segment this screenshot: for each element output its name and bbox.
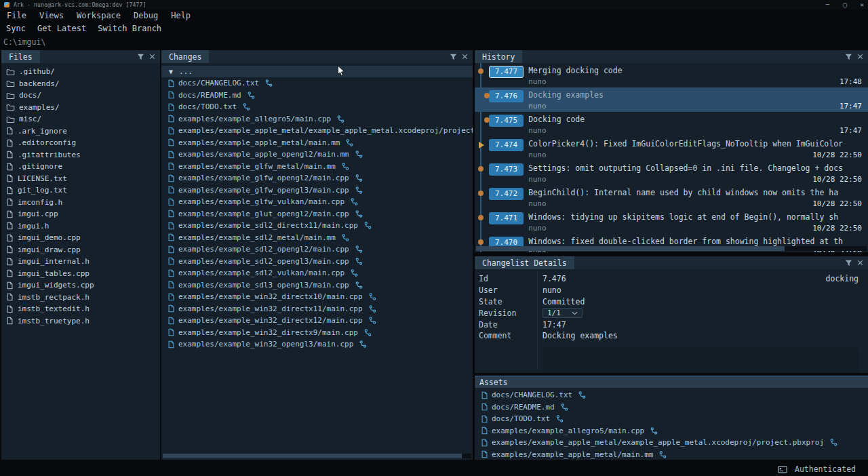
changed-file-row[interactable]: examples/example_win32_directx10/main.cp… — [161, 291, 473, 303]
file-tree-item[interactable]: git_log.txt — [1, 184, 160, 197]
commit-row[interactable]: 7.474 ColorPicker4(): Fixed ImGuiColorEd… — [475, 136, 868, 161]
menu-item[interactable]: Views — [39, 11, 64, 20]
file-tree-item[interactable]: LICENSE.txt — [1, 173, 160, 185]
file-tree-item[interactable]: imgui_demo.cpp — [1, 232, 160, 244]
revision-badge[interactable]: 7.474 — [489, 139, 524, 151]
details-panel-tab[interactable]: Changelist Details — [475, 256, 574, 269]
file-tree-item[interactable]: docs/ — [1, 90, 160, 102]
file-tree-item[interactable]: imgui.h — [1, 220, 160, 233]
close-panel-icon[interactable] — [462, 54, 468, 60]
close-panel-icon[interactable] — [857, 260, 863, 266]
toolbar-button[interactable]: Switch Branch — [98, 24, 161, 33]
commit-row[interactable]: 7.473 Settings: omit outputing Collapsed… — [475, 161, 868, 185]
filter-icon[interactable] — [845, 259, 852, 266]
revision-badge[interactable]: 7.476 — [489, 90, 524, 102]
history-panel-tab[interactable]: History — [475, 50, 522, 63]
toolbar-button[interactable]: Sync — [6, 24, 26, 33]
changed-file-path: examples/example_apple_metal/main.mm — [178, 138, 340, 147]
asset-row[interactable]: docs/CHANGELOG.txt — [475, 389, 868, 401]
asset-row[interactable]: examples/example_apple_metal/main.mm — [475, 449, 868, 460]
file-tree-item[interactable]: .editorconfig — [1, 137, 160, 149]
commit-row[interactable]: 7.477 Merging docking code nuno 17:48 — [475, 63, 868, 87]
changed-file-row[interactable]: examples/example_win32_directx11/main.cp… — [161, 303, 473, 315]
changed-file-row[interactable]: examples/example_sdl2_opengl3/main.cpp — [161, 256, 473, 268]
menu-item[interactable]: File — [7, 11, 26, 20]
changed-file-row[interactable]: examples/example_allegro5/main.cpp — [161, 113, 473, 125]
files-panel-tab[interactable]: Files — [1, 50, 40, 63]
files-panel-header: Files — [1, 50, 160, 63]
menu-item[interactable]: Help — [171, 11, 191, 20]
file-tree-item[interactable]: .github/ — [1, 66, 160, 78]
file-tree-item[interactable]: misc/ — [1, 113, 160, 125]
changed-file-row[interactable]: examples/example_glfw_vulkan/main.cpp — [161, 196, 473, 208]
filter-icon[interactable] — [450, 53, 457, 60]
asset-row[interactable]: examples/example_apple_metal/example_app… — [475, 437, 868, 449]
changed-file-row[interactable]: examples/example_sdl3_opengl3/main.cpp — [161, 279, 473, 292]
file-tree-item[interactable]: .ark_ignore — [1, 125, 160, 138]
folder-icon — [6, 103, 15, 111]
expand-triangle-icon[interactable]: ▼ — [169, 68, 173, 75]
asset-row[interactable]: examples/example_allegro5/main.cpp — [475, 425, 868, 437]
maximize-icon[interactable]: ▢ — [843, 0, 846, 9]
changed-file-row[interactable]: examples/example_glfw_metal/main.mm — [161, 161, 473, 173]
commit-row[interactable]: 7.472 BeginChild(): Internal name used b… — [475, 185, 868, 210]
changed-file-row[interactable]: examples/example_sdl2_opengl2/main.cpp — [161, 243, 473, 256]
file-tree-item[interactable]: imgui_internal.h — [1, 256, 160, 268]
revision-badge[interactable]: 7.471 — [489, 212, 524, 224]
menu-item[interactable]: Workspace — [77, 11, 121, 20]
file-tree-item[interactable]: imgui_draw.cpp — [1, 244, 160, 256]
file-tree-item[interactable]: imconfig.h — [1, 197, 160, 209]
close-icon[interactable]: ✕ — [861, 0, 864, 9]
changed-file-row[interactable]: examples/example_glut_opengl2/main.cpp — [161, 208, 473, 220]
changed-file-row[interactable]: examples/example_sdl2_directx11/main.cpp — [161, 220, 473, 232]
scrollbar-thumb[interactable] — [476, 246, 785, 251]
commit-row[interactable]: 7.475 Docking code nuno 17:47 — [475, 112, 868, 136]
file-tree-item[interactable]: .gitattributes — [1, 149, 160, 161]
changed-file-row[interactable]: examples/example_glfw_opengl3/main.cpp — [161, 184, 473, 197]
revision-badge[interactable]: 7.477 — [489, 66, 524, 78]
changed-file-row[interactable]: examples/example_sdl2_metal/main.mm — [161, 232, 473, 244]
minimize-icon[interactable]: ─ — [826, 0, 829, 9]
file-tree-item[interactable]: imstb_rectpack.h — [1, 292, 160, 304]
close-panel-icon[interactable] — [857, 54, 863, 60]
changed-file-row[interactable]: docs/README.md — [161, 90, 473, 102]
file-tree-item[interactable]: imgui_tables.cpp — [1, 268, 160, 280]
file-tree-item[interactable]: imstb_truetype.h — [1, 315, 160, 328]
file-tree-item[interactable]: imgui_widgets.cpp — [1, 279, 160, 292]
changed-file-row[interactable]: examples/example_apple_metal/main.mm — [161, 137, 473, 149]
filter-icon[interactable] — [845, 53, 852, 60]
changed-file-row[interactable]: examples/example_win32_directx12/main.cp… — [161, 315, 473, 327]
file-tree-item[interactable]: imstb_textedit.h — [1, 303, 160, 315]
file-tree-item[interactable]: examples/ — [1, 102, 160, 114]
file-icon — [6, 174, 14, 182]
commit-row[interactable]: 7.471 Windows: tidying up skipitems logi… — [475, 210, 868, 234]
changed-file-row[interactable]: docs/TODO.txt — [161, 101, 473, 113]
commit-row[interactable]: 7.476 Docking examples nuno 17:47 — [475, 87, 868, 112]
file-tree-item[interactable]: .gitignore — [1, 161, 160, 173]
asset-row[interactable]: docs/TODO.txt — [475, 413, 868, 425]
scrollbar-thumb[interactable] — [163, 454, 462, 458]
menu-item[interactable]: Debug — [134, 11, 158, 20]
changed-file-row[interactable]: examples/example_apple_opengl2/main.mm — [161, 148, 473, 161]
changed-file-row[interactable]: examples/example_win32_opengl3/main.cpp — [161, 338, 473, 351]
filter-icon[interactable] — [137, 53, 144, 60]
changed-file-row[interactable]: examples/example_sdl2_vulkan/main.cpp — [161, 267, 473, 279]
changed-file-row[interactable]: examples/example_apple_metal/example_app… — [161, 125, 473, 137]
file-tree-item[interactable]: backends/ — [1, 78, 160, 90]
toolbar-button[interactable]: Get Latest — [37, 24, 86, 33]
revision-badge[interactable]: 7.472 — [489, 188, 524, 200]
file-tree-item[interactable]: imgui.cpp — [1, 208, 160, 220]
revision-badge[interactable]: 7.475 — [489, 115, 524, 127]
changes-panel-tab[interactable]: Changes — [161, 50, 209, 63]
revision-badge[interactable]: 7.473 — [489, 163, 524, 176]
changed-file-row[interactable]: examples/example_glfw_opengl2/main.cpp — [161, 172, 473, 184]
branch-icon — [351, 198, 358, 205]
close-panel-icon[interactable] — [149, 54, 155, 60]
revision-selector[interactable]: 1/1 — [542, 308, 583, 318]
asset-row[interactable]: docs/README.md — [475, 401, 868, 414]
comment-text-area[interactable] — [542, 348, 859, 373]
changed-file-row[interactable]: examples/example_win32_directx9/main.cpp — [161, 327, 473, 339]
changes-root-row[interactable]: ▼ ... — [161, 66, 473, 77]
changed-file-row[interactable]: docs/CHANGELOG.txt — [161, 77, 473, 90]
field-label: Date — [479, 320, 542, 330]
